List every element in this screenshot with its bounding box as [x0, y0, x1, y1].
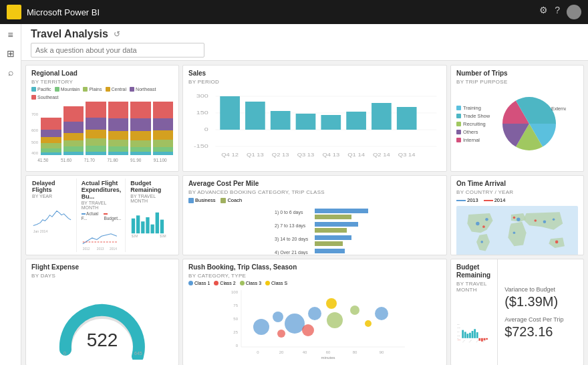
trips-pie: External — [492, 90, 566, 157]
svg-text:$0: $0 — [457, 338, 458, 339]
svg-point-98 — [365, 320, 372, 327]
svg-point-60 — [476, 222, 479, 225]
svg-text:0: 0 — [204, 126, 208, 132]
expenditures-title: Actual Flight Expenditures, Bu... — [82, 180, 123, 201]
svg-text:20: 20 — [279, 350, 284, 354]
sidebar-menu-icon[interactable]: ≡ — [7, 29, 13, 40]
svg-point-61 — [482, 225, 485, 228]
refresh-icon[interactable]: ↺ — [114, 29, 120, 39]
svg-rect-0 — [10, 12, 12, 16]
ontime-subtitle: BY COUNTRY / YEAR — [456, 189, 578, 195]
svg-text:75: 75 — [233, 303, 238, 308]
variance-value: ($1.39M) — [504, 295, 577, 308]
content-area: Travel Analysis ↺ Regional Load BY TERRI… — [21, 24, 588, 365]
settings-icon[interactable]: ⚙ — [539, 5, 548, 19]
user-avatar[interactable] — [567, 5, 581, 19]
svg-text:2012: 2012 — [82, 247, 90, 251]
help-icon[interactable]: ? — [555, 5, 560, 19]
variance-label: Variance to Budget — [504, 286, 577, 293]
map-svg: © 2019 Microsoft Corporation © 2014 Noki… — [456, 206, 578, 255]
sales-chart: 300 150 0 -150 Q4 12 — [188, 90, 441, 163]
svg-rect-33 — [136, 215, 140, 233]
svg-rect-43 — [315, 215, 351, 219]
svg-rect-45 — [315, 222, 358, 227]
sales-card: Sales BY PERIOD 300 150 0 -150 — [182, 65, 447, 172]
budget-variance-card: Budget Remaining BY TRAVEL MONTH $2M $1.… — [450, 259, 584, 365]
svg-rect-34 — [141, 221, 144, 233]
svg-text:25: 25 — [233, 330, 238, 334]
svg-rect-14 — [296, 114, 316, 130]
svg-point-66 — [543, 221, 547, 224]
trips-card: Number of Trips BY TRIP PURPOSE Training… — [450, 65, 584, 172]
svg-text:Q1 14: Q1 14 — [347, 152, 365, 157]
svg-text:$1.5M: $1.5M — [457, 328, 460, 329]
budget-bar-chart: $2M $1.5M $1M $0.5M $0 -$0.5M — [456, 295, 490, 365]
ontime-card: On Time Arrival BY COUNTRY / YEAR 2013 2… — [450, 175, 584, 255]
flight-subtitle: BY DAYS — [31, 273, 173, 279]
svg-rect-15 — [321, 115, 341, 130]
svg-text:Q4 13: Q4 13 — [322, 152, 339, 157]
sidebar-home-icon[interactable]: ⊞ — [7, 48, 15, 59]
svg-text:minutes: minutes — [321, 356, 335, 360]
budget-mid-chart: $2M $3M — [130, 205, 172, 241]
svg-point-70 — [480, 241, 483, 243]
page-title: Travel Analysis — [31, 28, 108, 40]
avgtrip-value: $723.16 — [504, 325, 577, 338]
svg-rect-46 — [315, 228, 347, 233]
regional-load-title: Regional Load — [31, 70, 173, 78]
svg-text:4) Over 21 days: 4) Over 21 days — [275, 250, 308, 255]
svg-point-95 — [302, 324, 314, 336]
svg-text:$3M: $3M — [160, 235, 166, 238]
page-header: Travel Analysis ↺ — [21, 24, 588, 61]
sales-subtitle: BY PERIOD — [188, 79, 441, 85]
avgcost-card: Average Cost Per Mile BY ADVANCED BOOKIN… — [182, 175, 447, 255]
powerbi-logo — [7, 5, 21, 19]
svg-rect-113 — [464, 332, 466, 338]
svg-text:300: 300 — [196, 92, 208, 98]
svg-text:2013: 2013 — [96, 247, 104, 251]
avgcost-title: Average Cost Per Mile — [188, 180, 441, 188]
regional-load-card: Regional Load BY TERRITORY Pacific Mount… — [25, 65, 179, 172]
svg-text:$0.5M: $0.5M — [457, 336, 460, 337]
svg-rect-117 — [474, 329, 476, 338]
rush-booking-card: Rush Booking, Trip Class, Season BY CATE… — [182, 259, 447, 365]
svg-point-90 — [253, 319, 269, 335]
svg-point-65 — [534, 219, 537, 222]
delayed-title: Delayed Flights — [32, 180, 74, 194]
svg-point-69 — [513, 231, 516, 234]
svg-text:0: 0 — [236, 344, 239, 348]
svg-point-63 — [513, 217, 516, 219]
svg-text:2) 7 to 13 days: 2) 7 to 13 days — [275, 223, 306, 229]
svg-point-92 — [285, 314, 305, 334]
svg-point-67 — [553, 218, 555, 221]
svg-text:Q1 13: Q1 13 — [247, 152, 264, 157]
svg-rect-37 — [156, 213, 159, 233]
svg-rect-115 — [469, 333, 471, 338]
donut-chart: 522 0 645 — [49, 286, 156, 360]
svg-point-99 — [326, 298, 337, 309]
svg-rect-12 — [245, 102, 265, 130]
qa-input[interactable] — [31, 43, 204, 57]
svg-text:$2M: $2M — [457, 324, 460, 326]
svg-text:$1M: $1M — [457, 332, 460, 333]
svg-text:150: 150 — [196, 109, 208, 115]
svg-rect-2 — [16, 8, 18, 16]
row2-card: Delayed Flights BY YEAR Jan 2014 Actual … — [25, 175, 179, 255]
avgcost-subtitle: BY ADVANCED BOOKING CATEGORY, TRIP CLASS — [188, 189, 441, 195]
svg-text:40: 40 — [303, 350, 307, 354]
svg-text:3) 14 to 20 days: 3) 14 to 20 days — [275, 237, 309, 242]
svg-text:60: 60 — [326, 350, 331, 354]
svg-rect-32 — [132, 219, 135, 233]
svg-text:Q2 14: Q2 14 — [373, 152, 390, 157]
svg-point-93 — [308, 307, 321, 320]
svg-text:645: 645 — [134, 351, 142, 356]
flight-title: Flight Expense — [31, 263, 173, 271]
sidebar-search-icon[interactable]: ⌕ — [8, 67, 13, 78]
svg-text:90: 90 — [380, 350, 384, 354]
dashboard: Regional Load BY TERRITORY Pacific Mount… — [21, 61, 588, 365]
svg-point-91 — [273, 312, 283, 322]
svg-point-97 — [350, 306, 359, 315]
svg-point-96 — [327, 312, 343, 328]
expenditures-subtitle: BY TRAVEL MONTH — [82, 201, 123, 210]
svg-rect-48 — [315, 235, 351, 240]
